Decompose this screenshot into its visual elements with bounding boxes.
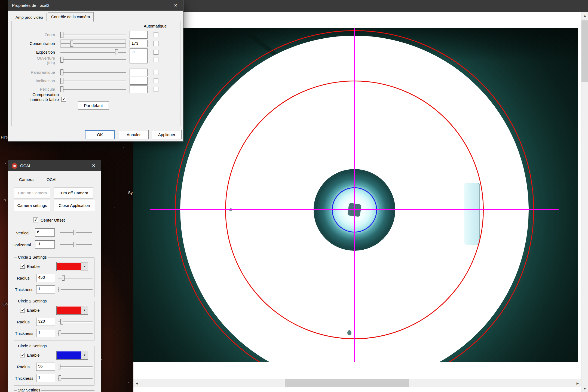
slider-groove [60,72,126,73]
circle-3-radius-field[interactable]: 56 [36,363,55,371]
chevron-down-icon[interactable]: ▼ [81,351,88,359]
circle-1-radius-field[interactable]: 450 [36,274,55,282]
turn-on-camera-button[interactable]: Turn on Camera [14,188,50,198]
slider-thumb[interactable] [70,41,73,47]
slider-thumb[interactable] [59,375,61,381]
camera-settings-button[interactable]: Camera settings [14,200,50,211]
group-title: Circle 1 Settings [17,255,48,259]
close-icon[interactable]: ✕ [168,0,183,11]
ouverture-value-field[interactable] [130,56,148,63]
panoramique-value-field[interactable] [130,69,148,76]
circle-3-color-dropdown[interactable]: ▼ [56,351,88,360]
concentration-auto-checkbox[interactable] [154,41,158,46]
panoramique-slider[interactable] [60,68,126,76]
slider-thumb[interactable] [73,230,76,235]
slider-thumb[interactable] [58,364,60,369]
slider-thumb[interactable] [60,69,63,75]
scroll-right-icon[interactable]: ► [574,379,581,387]
circle-2-thickness-field[interactable]: 1 [36,329,55,337]
horizontal-scroll-thumb[interactable] [285,379,409,387]
scroll-up-icon[interactable]: ▲ [581,12,588,19]
circle-3-enable-checkbox[interactable] [20,353,25,357]
slider-thumb[interactable] [62,275,65,281]
ocal-title-bar[interactable]: OCAL ✕ [8,160,101,171]
slider-thumb[interactable] [60,86,63,92]
tab-ocal[interactable]: OCAL [47,177,58,182]
close-application-button[interactable]: Close Application [54,200,95,211]
default-button[interactable]: Par défaut [78,101,109,110]
vertical-offset-field[interactable]: 6 [35,228,55,237]
window-top-bar[interactable] [133,0,588,12]
ok-button[interactable]: OK [85,130,115,139]
circle-2-enable-checkbox[interactable] [20,308,25,313]
circle-2-settings-group: Circle 2 Settings Enable ▼ Radius 320 Th… [14,301,94,341]
slider-thumb[interactable] [60,57,63,63]
zoom-auto-checkbox[interactable] [154,32,158,37]
circle-1-color-dropdown[interactable]: ▼ [56,262,88,271]
circle-2-color-dropdown[interactable]: ▼ [56,306,88,315]
circle-2-radius-field[interactable]: 320 [36,318,55,326]
horizontal-offset-field[interactable]: -1 [35,240,55,249]
pellicule-auto-checkbox[interactable] [154,87,158,92]
slider-thumb[interactable] [73,242,76,247]
concentration-value-field[interactable]: 173 [130,40,148,47]
exposition-auto-checkbox[interactable] [154,50,158,55]
tab-amp-proc-video[interactable]: Amp proc vidéo [12,13,47,21]
inclinaison-slider[interactable] [60,77,126,85]
inclinaison-auto-checkbox[interactable] [154,78,158,83]
pellicule-slider[interactable] [60,85,126,93]
zoom-value-field[interactable] [130,31,148,39]
scroll-left-icon[interactable]: ◄ [133,379,140,387]
vertical-offset-slider[interactable] [60,228,92,237]
star-settings-title: Star Settings [17,388,41,392]
center-offset-checkbox[interactable] [33,218,38,222]
cancel-button[interactable]: Annuler [119,130,149,139]
circle-1-thickness-field[interactable]: 1 [36,285,55,293]
slider-thumb[interactable] [59,330,61,336]
slider-thumb[interactable] [115,49,118,55]
slider-groove [58,366,93,367]
slider-thumb[interactable] [60,32,63,38]
chevron-down-icon[interactable]: ▼ [81,306,88,314]
exposition-value-field[interactable]: -1 [130,48,148,56]
group-title: Circle 2 Settings [17,299,48,303]
circle-1-thickness-slider[interactable] [58,286,93,293]
group-title: Circle 3 Settings [17,344,48,348]
concentration-slider[interactable] [60,39,126,48]
apply-button[interactable]: Appliquer [152,130,182,139]
tab-camera[interactable]: Camera [19,177,33,182]
panoramique-auto-checkbox[interactable] [154,70,158,75]
zoom-slider[interactable] [60,31,126,39]
ouverture-auto-checkbox[interactable] [154,57,158,62]
dialog-title-bar[interactable]: Propriétés de : ocal2 ✕ [8,0,183,11]
slider-thumb[interactable] [59,287,61,292]
vertical-scroll-thumb[interactable] [581,20,588,82]
circle-3-settings-group: Circle 3 Settings Enable ▼ Radius 56 Thi… [14,346,94,386]
circle-1-radius-slider[interactable] [58,274,93,281]
horizontal-offset-slider[interactable] [60,240,92,249]
turn-off-camera-button[interactable]: Turn off Camera [54,188,93,198]
vertical-scrollbar[interactable]: ▲ ▼ [581,12,588,392]
circle-2-radius-slider[interactable] [58,318,93,325]
circle-3-radius-slider[interactable] [58,363,93,370]
radius-label: Radius [17,276,30,280]
exposition-slider[interactable] [60,48,126,56]
inclinaison-value-field[interactable] [130,77,148,85]
close-icon[interactable]: ✕ [87,160,101,171]
circle-3-thickness-field[interactable]: 1 [36,374,55,382]
scroll-down-icon[interactable]: ▼ [581,385,588,392]
horizontal-scrollbar[interactable]: ◄ ► [133,379,581,387]
slider-thumb[interactable] [60,78,63,84]
tab-camera-control[interactable]: Contrôle de la caméra [48,12,94,22]
window-title: OCAL [20,160,31,171]
circle-2-thickness-slider[interactable] [58,330,93,337]
compensation-checkbox[interactable] [61,97,66,102]
crosshair-horizontal [150,209,559,210]
circle-3-thickness-slider[interactable] [58,375,93,382]
circle-1-enable-checkbox[interactable] [20,264,25,269]
slider-thumb[interactable] [60,319,63,324]
pellicule-value-field[interactable] [130,85,148,93]
camera-image [133,28,578,362]
ouverture-slider[interactable] [60,56,126,64]
chevron-down-icon[interactable]: ▼ [81,262,88,271]
